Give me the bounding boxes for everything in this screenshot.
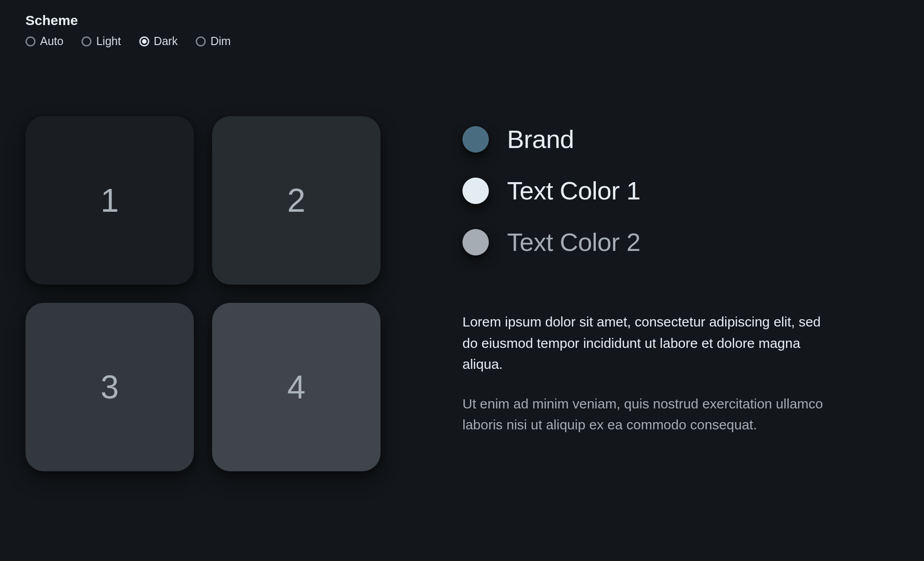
scheme-option-dark[interactable]: Dark bbox=[139, 35, 178, 48]
surface-tile-2: 2 bbox=[212, 116, 381, 285]
scheme-option-auto[interactable]: Auto bbox=[25, 35, 63, 48]
scheme-title: Scheme bbox=[25, 13, 899, 28]
scheme-radio-row: Auto Light Dark Dim bbox=[25, 35, 899, 48]
sample-paragraphs: Lorem ipsum dolor sit amet, consectetur … bbox=[462, 311, 899, 436]
radio-icon-selected bbox=[139, 36, 149, 46]
scheme-option-light[interactable]: Light bbox=[81, 35, 121, 48]
radio-icon bbox=[81, 36, 91, 46]
radio-icon bbox=[25, 36, 36, 46]
color-legend-panel: Brand Text Color 1 Text Color 2 Lorem ip… bbox=[462, 116, 899, 454]
scheme-option-label: Dim bbox=[210, 35, 230, 48]
swatch-row-brand: Brand bbox=[462, 124, 899, 154]
swatch-label: Brand bbox=[507, 124, 574, 154]
radio-icon bbox=[196, 36, 206, 46]
scheme-section: Scheme Auto Light Dark Dim bbox=[25, 13, 899, 48]
swatch-text-color-1 bbox=[462, 178, 489, 204]
radio-dot-icon bbox=[142, 39, 147, 44]
surface-tile-4: 4 bbox=[212, 303, 381, 471]
swatch-row-text1: Text Color 1 bbox=[462, 176, 899, 205]
tile-label: 1 bbox=[101, 182, 119, 219]
surface-tile-1: 1 bbox=[25, 116, 194, 285]
swatch-brand bbox=[462, 126, 489, 153]
scheme-option-label: Light bbox=[96, 35, 121, 48]
paragraph-secondary: Ut enim ad minim veniam, quis nostrud ex… bbox=[462, 393, 836, 436]
tile-label: 4 bbox=[287, 368, 305, 406]
swatch-text-color-2 bbox=[462, 229, 489, 255]
swatch-label: Text Color 2 bbox=[507, 227, 640, 257]
scheme-option-label: Dark bbox=[154, 35, 178, 48]
tile-label: 3 bbox=[101, 368, 119, 406]
surface-tile-3: 3 bbox=[25, 303, 194, 471]
tile-label: 2 bbox=[287, 182, 305, 219]
swatch-label: Text Color 1 bbox=[507, 176, 640, 205]
main-content: 1 2 3 4 Brand Text Color 1 Text Color 2 … bbox=[25, 116, 899, 471]
paragraph-primary: Lorem ipsum dolor sit amet, consectetur … bbox=[462, 311, 836, 375]
scheme-option-label: Auto bbox=[40, 35, 63, 48]
surface-tiles-grid: 1 2 3 4 bbox=[25, 116, 381, 471]
swatch-row-text2: Text Color 2 bbox=[462, 227, 899, 257]
scheme-option-dim[interactable]: Dim bbox=[196, 35, 230, 48]
